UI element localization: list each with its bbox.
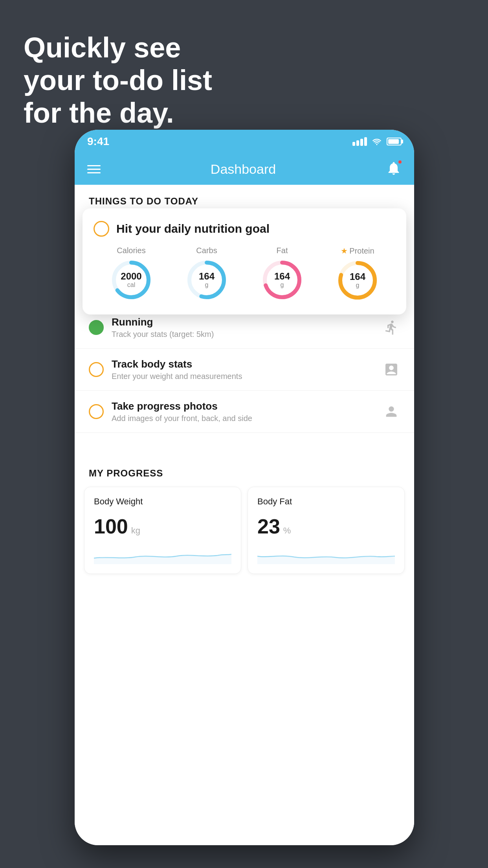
carbs-label: Carbs — [196, 246, 217, 255]
headline-line3: for the day. — [24, 97, 212, 129]
headline-line2: your to-do list — [24, 64, 212, 97]
body-stats-subtitle: Enter your weight and measurements — [112, 372, 383, 381]
todo-checkbox-progress-photos[interactable] — [89, 404, 104, 419]
fat-value: 164 — [274, 271, 290, 281]
todo-text-running: Running Track your stats (target: 5km) — [112, 316, 383, 339]
body-fat-chart — [257, 544, 395, 564]
progress-cards: Body Weight 100 kg Body Fat — [84, 487, 405, 574]
wifi-icon — [372, 138, 382, 145]
person-icon — [383, 403, 400, 420]
calories-label: Calories — [117, 246, 145, 255]
progress-section: MY PROGRESS Body Weight 100 kg — [75, 468, 414, 574]
todo-list: Running Track your stats (target: 5km) T… — [75, 307, 414, 433]
nav-title: Dashboard — [211, 162, 276, 177]
status-icons — [352, 137, 402, 146]
body-weight-title: Body Weight — [94, 497, 231, 507]
notification-dot — [398, 160, 402, 164]
hamburger-menu[interactable] — [87, 165, 101, 173]
signal-icon — [352, 137, 367, 146]
nutrition-row: Calories 2000 cal Carbs — [94, 246, 395, 302]
fat-unit: g — [274, 281, 290, 289]
todo-text-progress-photos: Take progress photos Add images of your … — [112, 400, 383, 423]
nutrition-item-calories: Calories 2000 cal — [110, 246, 153, 302]
body-fat-title: Body Fat — [257, 497, 395, 507]
protein-donut: 164 g — [336, 259, 379, 302]
calories-donut: 2000 cal — [110, 258, 153, 302]
bell-icon[interactable] — [386, 160, 402, 178]
scale-icon — [383, 361, 400, 378]
body-weight-value: 100 — [94, 515, 128, 538]
nutrition-card: Hit your daily nutrition goal Calories 2… — [83, 208, 406, 314]
nutrition-item-carbs: Carbs 164 g — [185, 246, 228, 302]
nav-bar: Dashboard — [75, 153, 414, 185]
carbs-value: 164 — [199, 271, 215, 281]
protein-unit: g — [350, 282, 365, 289]
star-icon: ★ — [341, 246, 348, 256]
nutrition-item-protein: ★ Protein 164 g — [336, 246, 379, 302]
body-fat-card: Body Fat 23 % — [248, 487, 405, 574]
body-fat-value: 23 — [257, 515, 280, 538]
headline-line1: Quickly see — [24, 31, 212, 64]
protein-value: 164 — [350, 272, 365, 282]
things-section-header: THINGS TO DO TODAY — [75, 185, 414, 211]
body-weight-chart — [94, 544, 231, 564]
running-subtitle: Track your stats (target: 5km) — [112, 330, 383, 339]
body-fat-unit: % — [283, 526, 291, 536]
phone-shell: 9:41 Dashboard THIN — [75, 130, 414, 845]
battery-icon — [387, 138, 402, 145]
body-weight-card: Body Weight 100 kg — [84, 487, 241, 574]
protein-label: ★ Protein — [341, 246, 374, 256]
status-time: 9:41 — [87, 135, 109, 148]
todo-item-progress-photos[interactable]: Take progress photos Add images of your … — [75, 391, 414, 433]
todo-checkbox-running[interactable] — [89, 320, 104, 335]
todo-checkbox-nutrition[interactable] — [94, 221, 109, 237]
progress-photos-subtitle: Add images of your front, back, and side — [112, 414, 383, 423]
todo-item-body-stats[interactable]: Track body stats Enter your weight and m… — [75, 349, 414, 391]
shoe-icon — [383, 319, 400, 336]
body-weight-unit: kg — [131, 526, 140, 536]
calories-unit: cal — [121, 281, 141, 289]
fat-label: Fat — [277, 246, 288, 255]
fat-donut: 164 g — [261, 258, 304, 302]
carbs-donut: 164 g — [185, 258, 228, 302]
status-bar: 9:41 — [75, 130, 414, 153]
nutrition-item-fat: Fat 164 g — [261, 246, 304, 302]
carbs-unit: g — [199, 281, 215, 289]
running-title: Running — [112, 316, 383, 328]
calories-value: 2000 — [121, 271, 141, 281]
body-stats-title: Track body stats — [112, 358, 383, 370]
phone-content: THINGS TO DO TODAY Hit your daily nutrit… — [75, 185, 414, 845]
progress-photos-title: Take progress photos — [112, 400, 383, 412]
todo-text-body-stats: Track body stats Enter your weight and m… — [112, 358, 383, 381]
nutrition-card-title: Hit your daily nutrition goal — [116, 222, 270, 235]
todo-checkbox-body-stats[interactable] — [89, 362, 104, 377]
headline: Quickly see your to-do list for the day. — [24, 31, 212, 129]
progress-section-header: MY PROGRESS — [84, 468, 405, 479]
